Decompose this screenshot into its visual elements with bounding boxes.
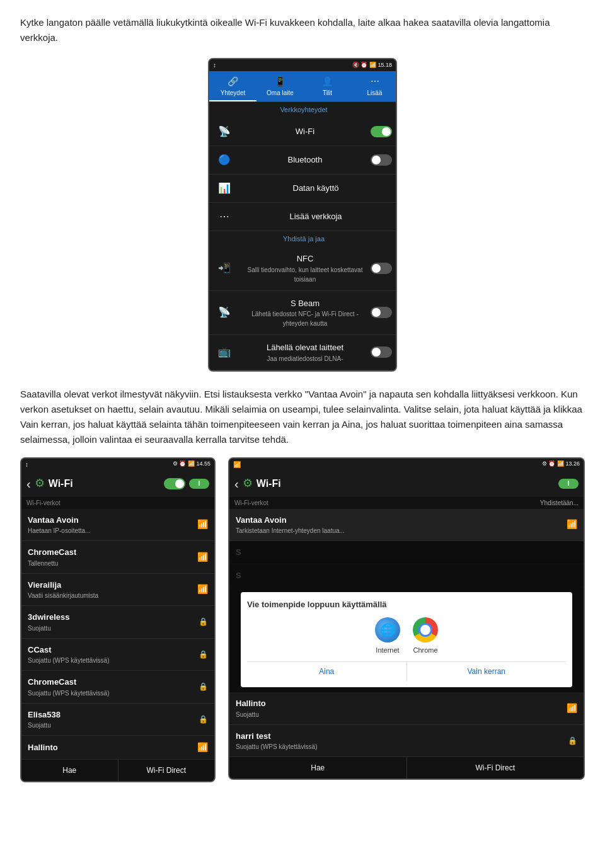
wifi-vantaa-text: Vantaa Avoin Haetaan IP-osoitetta... (28, 514, 197, 536)
phone2-hae-btn[interactable]: Hae (21, 760, 118, 781)
wifi-vierailija[interactable]: Vierailija Vaatii sisäänkirjautumista 📶 (21, 574, 214, 607)
data-text: Datan käyttö (239, 182, 392, 195)
wifi-chromecast1[interactable]: ChromeCast Tallennettu 📶 (21, 541, 214, 574)
p3-vantaa-sub: Tarkistetaan Internet-yhteyden laatua... (236, 526, 567, 535)
wifi-elisa538-sub: Suojattu (28, 721, 199, 730)
wifi-ccast-name: CCast (28, 644, 199, 656)
menu-wifi[interactable]: 📡 Wi-Fi (209, 118, 397, 146)
phone2-bottom-bar: Hae Wi-Fi Direct (21, 760, 214, 781)
phone2-back-icon[interactable]: ‹ (26, 474, 31, 493)
wifi-3dwireless-name: 3dwireless (28, 611, 199, 624)
tab-lisaa-label: Lisää (367, 89, 383, 96)
menu-bluetooth[interactable]: 🔵 Bluetooth (209, 146, 397, 174)
wifi-3dwireless-lock-icon: 🔒 (199, 616, 208, 627)
p3-harritest-lock-icon: 🔒 (568, 735, 577, 746)
chrome-label: Chrome (413, 645, 437, 656)
nfc-toggle[interactable] (371, 263, 392, 274)
p2-status-left: ↕ (25, 460, 28, 469)
menu-nfc[interactable]: 📲 NFC Salli tiedonvaihto, kun laitteet k… (209, 246, 397, 291)
menu-data[interactable]: 📊 Datan käyttö (209, 174, 397, 203)
phone3-section-label: Wi-Fi-verkot Yhdistetään... (229, 497, 584, 509)
p3-wifi-vantaa[interactable]: Vantaa Avoin Tarkistetaan Internet-yhtey… (229, 509, 584, 542)
p3-vantaa-name: Vantaa Avoin (236, 514, 567, 527)
wifi-ccast[interactable]: CCast Suojattu (WPS käytettävissä) 🔒 (21, 639, 214, 671)
dialog-overlay: S S Vie toimenpide loppuun käyttämällä 🌐… (229, 541, 584, 692)
dialog-aina-btn[interactable]: Aina (247, 662, 407, 681)
dialog-app-chrome[interactable]: Chrome (413, 617, 438, 656)
wifi-chromecast2-name: ChromeCast (28, 676, 199, 688)
wifi-chromecast1-name: ChromeCast (28, 546, 197, 559)
wifi-hallinto[interactable]: Hallinto 📶 (21, 736, 214, 760)
tab-yhteydet-label: Yhteydet (221, 89, 245, 96)
phone2-title: Wi-Fi (49, 476, 73, 491)
wifi-ccast-text: CCast Suojattu (WPS käytettävissä) (28, 644, 199, 666)
browser-dialog: Vie toimenpide loppuun käyttämällä 🌐 Int… (241, 592, 572, 687)
p3-hallinto-text: Hallinto Suojattu (236, 697, 567, 719)
dialog-vainkerran-btn[interactable]: Vain kerran (407, 662, 567, 681)
wifi-vierailija-name: Vierailija (28, 579, 197, 591)
morenetworks-title: Lisää verkkoja (239, 210, 392, 223)
sbeam-toggle[interactable] (371, 307, 392, 318)
data-icon: 📊 (216, 181, 233, 196)
tab-yhteydet-icon: 🔗 (210, 75, 255, 88)
tab-tilit-label: Tilit (323, 89, 332, 96)
nearby-sub: Jaa mediatiedostosi DLNA- (239, 354, 371, 363)
wifi-vierailija-text: Vierailija Vaatii sisäänkirjautumista (28, 579, 197, 601)
wifi-title: Wi-Fi (239, 125, 371, 138)
p3-status-icons: ⚙ ⏰ 📶 13.26 (542, 460, 580, 469)
data-title: Datan käyttö (239, 182, 392, 195)
bluetooth-text: Bluetooth (239, 154, 371, 166)
dialog-app-internet[interactable]: 🌐 Internet (375, 617, 400, 656)
status-left: ↕ (213, 60, 216, 70)
phone3-hae-btn[interactable]: Hae (229, 757, 407, 779)
wifi-hallinto-name: Hallinto (28, 741, 197, 754)
nfc-sub: Salli tiedonvaihto, kun laitteet koskett… (239, 265, 371, 284)
phone2-mockup: ↕ ⚙ ⏰ 📶 14.55 ‹ ⚙ Wi-Fi Wi-Fi-verkot Van… (20, 457, 216, 783)
wifi-chromecast2[interactable]: ChromeCast Suojattu (WPS käytettävissä) … (21, 671, 214, 704)
internet-icon: 🌐 (375, 617, 400, 642)
tab-yhteydet[interactable]: 🔗 Yhteydet (209, 71, 256, 101)
p3-hallinto-sub: Suojattu (236, 710, 567, 719)
phone2-topbar: ‹ ⚙ Wi-Fi (21, 471, 214, 497)
sbeam-sub: Lähetä tiedostot NFC- ja Wi-Fi Direct -y… (239, 309, 371, 328)
tab-lisaa[interactable]: ⋯ Lisää (351, 71, 397, 101)
phone3-back-icon[interactable]: ‹ (234, 474, 239, 493)
wifi-ccast-lock-icon: 🔒 (199, 649, 208, 660)
tab-omalaite-icon: 📱 (258, 75, 302, 88)
phone2-wifidirect-btn[interactable]: Wi-Fi Direct (118, 760, 215, 781)
wifi-vierailija-sub: Vaatii sisäänkirjautumista (28, 591, 197, 600)
tab-omalaite-label: Oma laite (267, 89, 294, 96)
wifi-text: Wi-Fi (239, 125, 371, 138)
nearby-text: Lähellä olevat laitteet Jaa mediatiedost… (239, 341, 371, 363)
nfc-icon: 📲 (216, 261, 233, 276)
menu-morenetworks[interactable]: ⋯ Lisää verkkoja (209, 203, 397, 231)
nearby-toggle[interactable] (371, 346, 392, 358)
phone3-section-label-text: Wi-Fi-verkot (234, 498, 268, 508)
bluetooth-toggle[interactable] (371, 154, 392, 166)
phone2-wifi-toggle[interactable] (164, 478, 185, 489)
status-icons: 🔇 ⏰ 📶 15.18 (352, 61, 392, 70)
p3-harritest[interactable]: harri test Suojattu (WPS käytettävissä) … (229, 725, 584, 758)
wifi-chromecast1-text: ChromeCast Tallennettu (28, 546, 197, 568)
nfc-text: NFC Salli tiedonvaihto, kun laitteet kos… (239, 253, 371, 284)
phone3-mockup: 📶 ⚙ ⏰ 📶 13.26 ‹ ⚙ Wi-Fi Wi-Fi-verkot Yhd… (228, 457, 585, 780)
wifi-vantaa-avoin[interactable]: Vantaa Avoin Haetaan IP-osoitetta... 📶 (21, 509, 214, 542)
menu-nearby[interactable]: 📺 Lähellä olevat laitteet Jaa mediatiedo… (209, 335, 397, 370)
nfc-title: NFC (239, 253, 371, 265)
phone2-wifi-pill (189, 479, 209, 489)
wifi-3dwireless[interactable]: 3dwireless Suojattu 🔒 (21, 606, 214, 639)
phone3-wifidirect-btn[interactable]: Wi-Fi Direct (407, 757, 584, 779)
phone1-nav-tabs: 🔗 Yhteydet 📱 Oma laite 👤 Tilit ⋯ Lisää (209, 71, 397, 102)
sbeam-icon: 📡 (216, 305, 233, 320)
p3-hallinto[interactable]: Hallinto Suojattu 📶 (229, 692, 584, 725)
wifi-hallinto-signal: 📶 (197, 741, 208, 754)
p3-harritest-sub: Suojattu (WPS käytettävissä) (236, 742, 568, 751)
menu-sbeam[interactable]: 📡 S Beam Lähetä tiedostot NFC- ja Wi-Fi … (209, 291, 397, 336)
wifi-3dwireless-text: 3dwireless Suojattu (28, 611, 199, 633)
wifi-toggle[interactable] (371, 126, 392, 137)
tab-omalaite[interactable]: 📱 Oma laite (256, 71, 304, 101)
wifi-elisa538[interactable]: Elisa538 Suojattu 🔒 (21, 704, 214, 736)
wifi-chromecast2-lock-icon: 🔒 (199, 681, 208, 692)
tab-tilit[interactable]: 👤 Tilit (304, 71, 351, 101)
phone3-section-right: Yhdistetään... (540, 498, 579, 508)
